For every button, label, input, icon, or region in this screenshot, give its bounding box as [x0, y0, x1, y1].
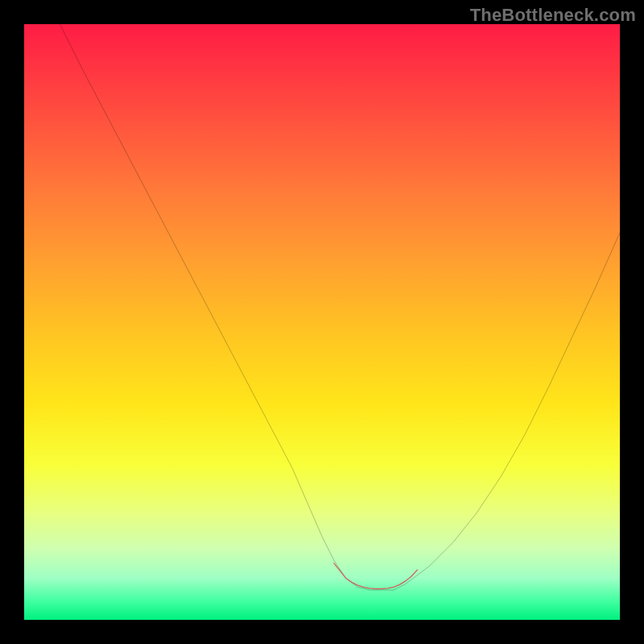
- gradient-plot-area: [24, 24, 620, 620]
- chart-svg: [24, 24, 620, 620]
- bottleneck-curve: [60, 24, 620, 590]
- chart-frame: TheBottleneck.com: [0, 0, 644, 644]
- flat-zone-marker: [334, 564, 418, 589]
- watermark-text: TheBottleneck.com: [470, 5, 636, 26]
